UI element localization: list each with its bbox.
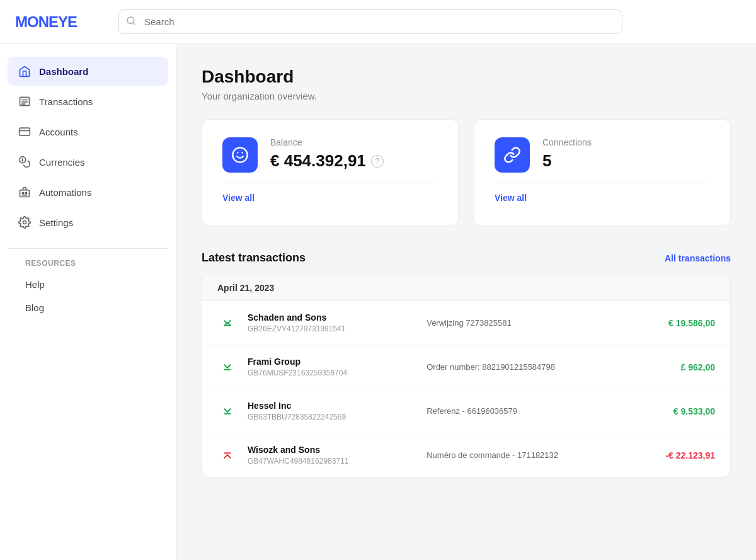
balance-card-top: Balance € 454.392,91 ? [222, 137, 438, 173]
connections-label: Connections [542, 137, 710, 147]
connections-icon-box [495, 137, 530, 173]
transaction-arrow-in [217, 401, 238, 421]
section-title: Latest transactions [202, 251, 306, 265]
main-content: Dashboard Your organization overview. [176, 44, 756, 560]
gear-icon [18, 215, 32, 229]
section-header: Latest transactions All transactions [202, 251, 731, 265]
robot-icon [18, 185, 32, 199]
transaction-reference: Referenz - 66196036579 [427, 406, 629, 416]
resources-label: Resources [8, 259, 168, 268]
sidebar-divider [8, 248, 168, 249]
logo-rest: ONEYE [27, 13, 77, 30]
all-transactions-link[interactable]: All transactions [665, 253, 731, 263]
sidebar-item-currencies[interactable]: Currencies [8, 147, 168, 176]
balance-view-all-link[interactable]: View all [222, 193, 255, 203]
nav-section-resources: Resources Help Blog [0, 259, 176, 319]
transaction-arrow-in [217, 313, 238, 333]
logo: MONEYE [15, 13, 103, 31]
svg-point-15 [232, 147, 247, 162]
transaction-account: GB63TBBU72835822242569 [248, 413, 416, 421]
cards-row: Balance € 454.392,91 ? View all [202, 119, 731, 226]
balance-icon-box [222, 137, 258, 173]
arrow-in-icon [220, 404, 234, 418]
transactions-date-header: April 21, 2023 [202, 275, 730, 301]
table-row[interactable]: Hessel Inc GB63TBBU72835822242569 Refere… [202, 389, 730, 433]
transaction-amount: -€ 22.123,91 [639, 450, 715, 460]
connections-card: Connections 5 View all [474, 119, 731, 226]
transaction-name: Frami Group [248, 357, 416, 367]
svg-point-14 [23, 221, 26, 224]
transaction-name: Schaden and Sons [248, 312, 416, 323]
transaction-reference: Numéro de commande - 171182132 [427, 450, 629, 460]
balance-icon [231, 146, 249, 164]
sidebar-item-automations-label: Automations [39, 187, 91, 198]
table-row[interactable]: Wisozk and Sons GB47WAHC49848162983711 N… [202, 433, 730, 477]
sidebar-item-settings[interactable]: Settings [8, 208, 168, 237]
home-icon [18, 64, 32, 78]
connections-card-info: Connections 5 [542, 137, 710, 171]
transaction-amount: € 9.533,00 [639, 406, 715, 416]
transaction-reference: Order number: 8821901215584798 [427, 362, 629, 372]
transaction-reference: Verwijzing 7273825581 [427, 318, 629, 328]
coins-icon [18, 155, 32, 169]
svg-line-1 [133, 23, 135, 25]
balance-help-icon[interactable]: ? [371, 155, 384, 168]
search-icon [126, 16, 136, 28]
balance-card-info: Balance € 454.392,91 ? [270, 137, 438, 171]
sidebar-item-currencies-label: Currencies [39, 157, 85, 168]
transaction-info: Wisozk and Sons GB47WAHC49848162983711 [248, 445, 416, 466]
table-row[interactable]: Schaden and Sons GB26EZVY41279731991541 … [202, 301, 730, 345]
sidebar-item-accounts-label: Accounts [39, 127, 78, 137]
transaction-amount: € 19.586,00 [639, 318, 715, 328]
connections-view-all-link[interactable]: View all [495, 193, 527, 203]
transaction-account: GB47WAHC49848162983711 [248, 457, 416, 466]
transaction-name: Hessel Inc [248, 401, 416, 411]
svg-point-11 [22, 192, 24, 194]
page-title: Dashboard [202, 67, 731, 87]
table-row[interactable]: Frami Group GB76MUSF23163259358704 Order… [202, 345, 730, 389]
transaction-account: GB76MUSF23163259358704 [248, 369, 416, 377]
svg-rect-6 [20, 128, 30, 135]
arrow-in-icon [220, 316, 234, 330]
sidebar-item-help[interactable]: Help [8, 273, 168, 296]
connections-value: 5 [542, 151, 551, 171]
balance-card-footer: View all [222, 183, 438, 203]
transaction-name: Wisozk and Sons [248, 445, 416, 455]
card-icon [18, 125, 32, 139]
transaction-account: GB26EZVY41279731991541 [248, 324, 416, 333]
sidebar-item-blog[interactable]: Blog [8, 296, 168, 319]
layout: Dashboard Transactions [0, 44, 756, 560]
search-container [118, 9, 622, 34]
connections-card-top: Connections 5 [495, 137, 710, 173]
search-input[interactable] [118, 9, 622, 34]
transaction-arrow-in [217, 357, 238, 377]
svg-point-12 [25, 192, 27, 194]
connections-card-footer: View all [495, 183, 710, 203]
balance-value: € 454.392,91 [270, 151, 366, 171]
sidebar-item-accounts[interactable]: Accounts [8, 117, 168, 146]
sidebar-item-dashboard-label: Dashboard [39, 66, 88, 77]
connections-icon [503, 146, 521, 164]
svg-rect-10 [20, 190, 30, 197]
connections-value-row: 5 [542, 151, 710, 171]
logo-m: M [15, 13, 27, 30]
transactions-table: April 21, 2023 Schaden and Sons GB26EZVY… [202, 275, 731, 477]
transaction-info: Hessel Inc GB63TBBU72835822242569 [248, 401, 416, 421]
sidebar-item-automations[interactable]: Automations [8, 178, 168, 207]
balance-value-row: € 454.392,91 ? [270, 151, 438, 171]
sidebar-item-settings-label: Settings [39, 217, 73, 228]
transaction-arrow-out [217, 445, 238, 466]
list-icon [18, 94, 32, 108]
sidebar: Dashboard Transactions [0, 44, 176, 560]
transaction-info: Schaden and Sons GB26EZVY41279731991541 [248, 312, 416, 333]
topbar: MONEYE [0, 0, 756, 44]
balance-label: Balance [270, 137, 438, 147]
transaction-info: Frami Group GB76MUSF23163259358704 [248, 357, 416, 377]
arrow-out-icon [220, 449, 234, 462]
arrow-in-icon [220, 360, 234, 374]
page-subtitle: Your organization overview. [202, 91, 731, 101]
balance-card: Balance € 454.392,91 ? View all [202, 119, 459, 226]
sidebar-item-dashboard[interactable]: Dashboard [8, 57, 168, 86]
transaction-amount: £ 962,00 [639, 362, 715, 372]
sidebar-item-transactions[interactable]: Transactions [8, 87, 168, 116]
